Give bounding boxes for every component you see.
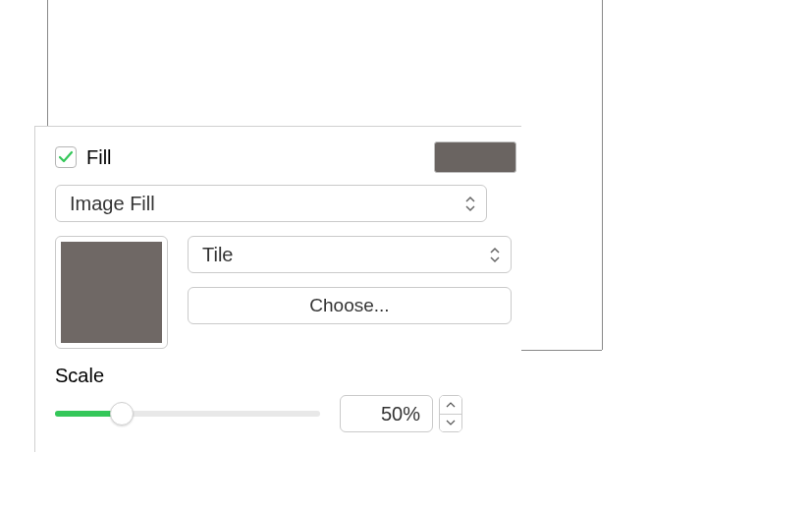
choose-button[interactable]: Choose... — [188, 287, 512, 324]
fill-checkbox[interactable] — [55, 146, 77, 168]
fill-type-value: Image Fill — [70, 193, 155, 215]
tile-mode-select[interactable]: Tile — [188, 236, 512, 273]
color-well[interactable] — [434, 142, 516, 173]
image-preview-well[interactable] — [55, 236, 168, 349]
fill-label: Fill — [86, 146, 112, 169]
slider-thumb[interactable] — [110, 402, 134, 425]
image-preview-swatch — [61, 242, 162, 343]
fill-type-select[interactable]: Image Fill — [55, 185, 487, 222]
callout-line — [602, 0, 603, 350]
scale-label: Scale — [55, 365, 521, 387]
chevron-up-icon — [446, 402, 456, 408]
stepper-buttons — [439, 395, 462, 432]
chevron-updown-icon — [464, 196, 476, 212]
scale-row: 50% — [55, 395, 521, 432]
scale-value: 50% — [381, 403, 420, 425]
chevron-down-icon — [446, 420, 456, 425]
image-options-column: Tile Choose... — [188, 236, 521, 349]
tile-mode-value: Tile — [202, 244, 233, 266]
choose-button-label: Choose... — [309, 295, 389, 316]
fill-checkbox-group: Fill — [55, 146, 112, 169]
stepper-down-button[interactable] — [440, 415, 461, 432]
chevron-updown-icon — [489, 247, 501, 263]
scale-stepper: 50% — [340, 395, 462, 432]
stepper-up-button[interactable] — [440, 396, 461, 415]
scale-value-field[interactable]: 50% — [340, 395, 433, 432]
checkmark-icon — [58, 149, 74, 165]
fill-panel: Fill Image Fill Tile Choose... — [34, 126, 521, 452]
fill-header-row: Fill — [55, 142, 521, 173]
image-preview-row: Tile Choose... — [55, 236, 521, 349]
scale-slider[interactable] — [55, 402, 320, 425]
